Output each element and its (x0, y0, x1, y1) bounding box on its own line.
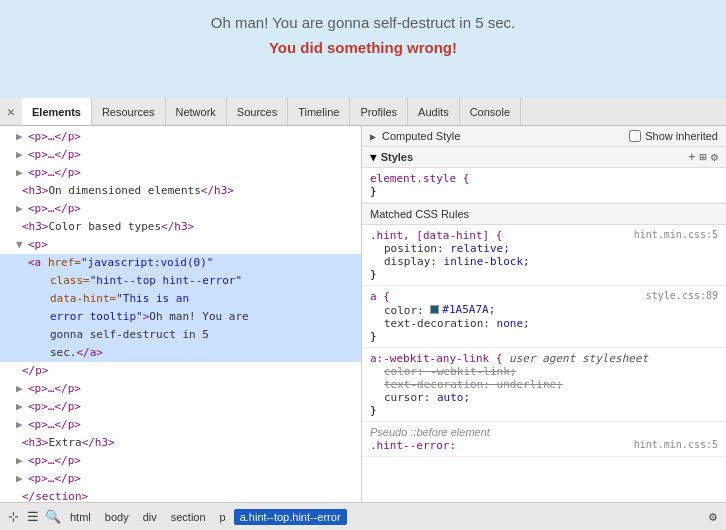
close-devtools-button[interactable]: ✕ (4, 105, 18, 119)
tab-audits[interactable]: Audits (408, 98, 460, 125)
color-val: #1A5A7A; (430, 303, 495, 316)
list-icon[interactable]: ☰ (24, 508, 42, 526)
element-style-selector: element.style { (370, 172, 469, 185)
color-prop: color: (384, 304, 430, 317)
dom-line[interactable]: </p> (0, 362, 361, 380)
styles-actions: + ⊞ ⚙ (688, 150, 718, 164)
style-panel: ▶ Computed Style Show inherited ▼ Styles… (362, 126, 726, 502)
dom-line[interactable]: <h3>Extra</h3> (0, 434, 361, 452)
search-icon[interactable]: 🔍 (44, 508, 62, 526)
dom-line[interactable]: ▶<p>…</p> (0, 380, 361, 398)
style-settings-button[interactable]: ⚙ (711, 150, 718, 164)
computed-style-title: Computed Style (382, 130, 460, 142)
breadcrumb-section[interactable]: section (165, 509, 212, 525)
hint-source[interactable]: hint.min.css:5 (634, 229, 718, 240)
webkit-cursor-prop: cursor: (384, 391, 437, 404)
dom-panel: ▶<p>…</p> ▶<p>…</p> ▶<p>…</p> <h3>On dim… (0, 126, 362, 502)
dom-anchor-class[interactable]: class="hint--top hint--error" (0, 272, 361, 290)
a-source[interactable]: style.css:89 (646, 290, 718, 301)
element-style-close: } (370, 185, 377, 198)
color-swatch[interactable] (430, 305, 439, 314)
style-format-button[interactable]: ⊞ (700, 150, 707, 164)
tab-profiles[interactable]: Profiles (350, 98, 408, 125)
show-inherited-label: Show inherited (645, 130, 718, 142)
css-rule-hint: hint.min.css:5 .hint, [data-hint] { posi… (362, 225, 726, 286)
preview-area: Oh man! You are gonna self-destruct in 5… (0, 0, 726, 98)
webkit-cursor-val: auto; (437, 391, 470, 404)
preview-line1: Oh man! You are gonna self-destruct in 5… (10, 14, 716, 31)
dom-anchor-line[interactable]: <a href="javascript:void(0)" (0, 254, 361, 272)
a-close: } (370, 330, 377, 343)
add-style-button[interactable]: + (688, 150, 695, 164)
pseudo-before-block: Pseudo ::before element hint.min.css:5 .… (362, 422, 726, 457)
dom-line[interactable]: ▼<p> (0, 236, 361, 254)
position-prop: position: (384, 242, 450, 255)
tab-console[interactable]: Console (460, 98, 521, 125)
settings-icon[interactable]: ⚙ (704, 508, 722, 526)
tab-sources[interactable]: Sources (227, 98, 288, 125)
dom-anchor-text[interactable]: gonna self-destruct in 5 (0, 326, 361, 344)
webkit-textdec-prop: text-decoration: underline; (384, 378, 563, 391)
dom-line[interactable]: ▶<p>…</p> (0, 128, 361, 146)
cursor-icon[interactable]: ⊹ (4, 508, 22, 526)
dom-line[interactable]: ▶<p>…</p> (0, 164, 361, 182)
matched-css-header: Matched CSS Rules (362, 203, 726, 225)
display-val: inline-block; (444, 255, 530, 268)
matched-css-title: Matched CSS Rules (370, 208, 469, 220)
tab-timeline[interactable]: Timeline (288, 98, 350, 125)
show-inherited-checkbox[interactable] (629, 130, 641, 142)
tab-network[interactable]: Network (166, 98, 227, 125)
styles-section-header: ▼ Styles + ⊞ ⚙ (362, 147, 726, 168)
breadcrumb-html[interactable]: html (64, 509, 97, 525)
pseudo-label: Pseudo ::before element (370, 426, 490, 438)
styles-arrow-icon: ▼ (370, 151, 377, 164)
position-val: relative; (450, 242, 510, 255)
css-rule-webkit: a:-webkit-any-link { user agent styleshe… (362, 348, 726, 422)
show-inherited-area: Show inherited (629, 130, 718, 142)
user-agent-note: user agent stylesheet (509, 352, 648, 365)
breadcrumb-body[interactable]: body (99, 509, 135, 525)
computed-style-header: ▶ Computed Style Show inherited (362, 126, 726, 147)
dom-line[interactable]: <h3>Color based types</h3> (0, 218, 361, 236)
dom-line[interactable]: ▶<p>…</p> (0, 416, 361, 434)
a-selector[interactable]: a { (370, 290, 390, 303)
element-style-block: element.style { } (362, 168, 726, 203)
devtools-tab-bar: ✕ Elements Resources Network Sources Tim… (0, 98, 726, 126)
styles-section-title: Styles (381, 151, 413, 163)
pseudo-source[interactable]: hint.min.css:5 (634, 439, 718, 450)
dom-line[interactable]: <h3>On dimensioned elements</h3> (0, 182, 361, 200)
tab-resources[interactable]: Resources (92, 98, 166, 125)
css-rule-a: style.css:89 a { color: #1A5A7A; text-de… (362, 286, 726, 348)
hint-selector[interactable]: .hint, [data-hint] { (370, 229, 502, 242)
computed-arrow-icon: ▶ (370, 131, 376, 142)
hint-close: } (370, 268, 377, 281)
breadcrumb-active[interactable]: a.hint--top.hint--error (234, 509, 347, 525)
display-prop: display: (384, 255, 444, 268)
breadcrumb-bar: ⊹ ☰ 🔍 html body div section p a.hint--to… (0, 502, 726, 530)
dom-anchor-text2[interactable]: sec.</a> (0, 344, 361, 362)
main-panel: ▶<p>…</p> ▶<p>…</p> ▶<p>…</p> <h3>On dim… (0, 126, 726, 502)
tab-elements[interactable]: Elements (22, 98, 92, 125)
text-decoration-val: none; (497, 317, 530, 330)
pseudo-selector[interactable]: .hint--error: (370, 439, 456, 452)
preview-line2: You did something wrong! (10, 39, 716, 56)
breadcrumb-div[interactable]: div (137, 509, 163, 525)
dom-line[interactable]: ▶<p>…</p> (0, 146, 361, 164)
dom-line[interactable]: </section> (0, 488, 361, 502)
dom-line[interactable]: ▶<p>…</p> (0, 452, 361, 470)
webkit-selector[interactable]: a:-webkit-any-link { (370, 352, 502, 365)
dom-anchor-data[interactable]: data-hint="This is an (0, 290, 361, 308)
breadcrumb-p[interactable]: p (214, 509, 232, 525)
dom-line[interactable]: ▶<p>…</p> (0, 470, 361, 488)
text-decoration-prop: text-decoration: (384, 317, 497, 330)
webkit-color-prop: color: -webkit-link; (384, 365, 516, 378)
webkit-close: } (370, 404, 377, 417)
dom-line[interactable]: ▶<p>…</p> (0, 200, 361, 218)
dom-line[interactable]: ▶<p>…</p> (0, 398, 361, 416)
dom-anchor-data2[interactable]: error tooltip">Oh man! You are (0, 308, 361, 326)
